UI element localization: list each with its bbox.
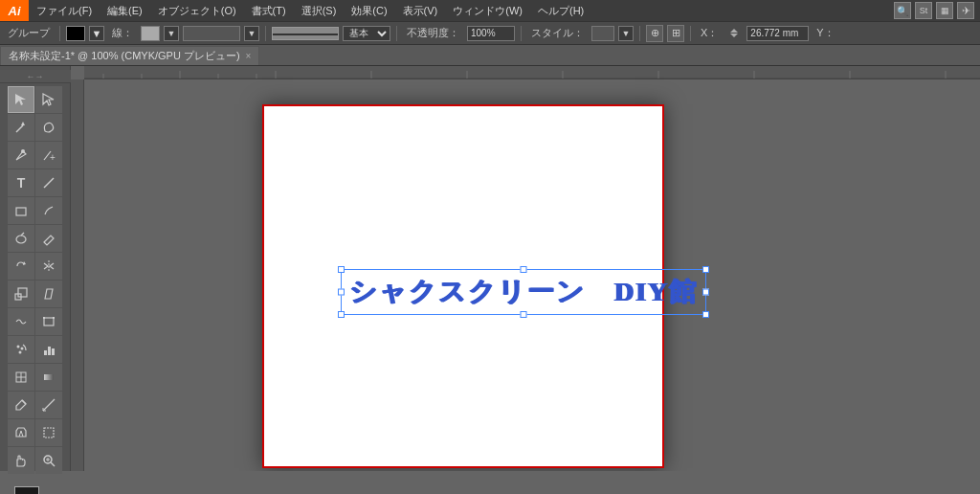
graph-tool[interactable] (35, 336, 62, 363)
properties-toolbar: グループ ▼ 線： ▼ ▼ 基本 不透明度： スタイル： ▼ ⊕ ⊞ X： Y： (0, 21, 980, 45)
menu-select[interactable]: 選択(S) (294, 0, 345, 21)
menu-help[interactable]: ヘルプ(H) (530, 0, 591, 21)
tool-row-4: T (8, 169, 62, 196)
handle-bm[interactable] (521, 311, 527, 318)
menu-object[interactable]: オブジェクト(O) (150, 0, 244, 21)
search-icon[interactable]: 🔍 (894, 2, 911, 19)
opacity-input[interactable] (467, 26, 515, 41)
stroke-width-dropdown[interactable]: ▼ (244, 26, 259, 41)
svg-rect-20 (52, 348, 55, 355)
handle-mr[interactable] (702, 289, 709, 296)
handle-tm[interactable] (521, 266, 527, 273)
arrange-icon[interactable]: ⊞ (667, 25, 684, 42)
svg-line-7 (21, 233, 24, 236)
artboard-tool[interactable] (35, 419, 62, 446)
menu-type[interactable]: 書式(T) (244, 0, 294, 21)
svg-point-16 (21, 348, 24, 350)
magic-wand-tool[interactable] (8, 114, 34, 141)
menu-edit[interactable]: 編集(E) (100, 0, 150, 21)
horizontal-ruler (84, 66, 980, 79)
direct-selection-tool[interactable] (35, 86, 62, 113)
svg-line-0 (16, 125, 23, 132)
main-area: ←→ + T (0, 66, 980, 471)
shear-tool[interactable] (35, 281, 62, 307)
handle-ml[interactable] (338, 289, 345, 296)
rectangle-tool[interactable] (8, 197, 34, 224)
svg-line-31 (51, 462, 55, 466)
svg-rect-29 (44, 428, 54, 438)
x-label: X： (697, 26, 722, 40)
menu-effect[interactable]: 効果(C) (344, 0, 394, 21)
app-logo: Ai (0, 0, 29, 21)
warp-tool[interactable] (8, 308, 34, 335)
pen-tool[interactable] (8, 142, 34, 168)
stroke-width-input[interactable] (183, 26, 240, 41)
canvas-area[interactable]: シャクスクリーン DIY館 (71, 66, 980, 471)
lasso-tool[interactable] (35, 114, 62, 141)
color-swatches[interactable] (14, 486, 56, 494)
mesh-tool[interactable] (8, 364, 34, 391)
line-tool[interactable] (35, 169, 62, 196)
zoom-tool[interactable] (35, 447, 62, 474)
tool-row-7 (8, 253, 62, 280)
share-icon[interactable]: ✈ (957, 2, 974, 19)
free-transform-tool[interactable] (35, 308, 62, 335)
svg-rect-13 (43, 317, 45, 319)
tool-row-6 (8, 225, 62, 252)
handle-tl[interactable] (338, 266, 345, 273)
selection-tool[interactable] (8, 86, 34, 113)
document-tab[interactable]: 名称未設定-1* @ 100% (CMYK/GPU プレビュー) × (0, 46, 259, 65)
menu-window[interactable]: ウィンドウ(W) (445, 0, 530, 21)
svg-point-17 (19, 351, 22, 354)
handle-bl[interactable] (338, 311, 345, 318)
foreground-color-swatch[interactable] (14, 486, 39, 494)
blob-brush-tool[interactable] (8, 225, 34, 252)
handle-br[interactable] (702, 311, 709, 318)
type-tool[interactable]: T (8, 169, 34, 196)
reflect-tool[interactable] (35, 253, 62, 280)
tab-bar: 名称未設定-1* @ 100% (CMYK/GPU プレビュー) × (0, 45, 980, 66)
measure-tool[interactable] (35, 392, 62, 418)
style-swatch[interactable] (591, 26, 614, 41)
color-area: □ (10, 483, 61, 494)
symbol-sprayer-tool[interactable] (8, 336, 34, 363)
live-paint-bucket-tool[interactable] (8, 419, 34, 446)
tool-row-9 (8, 308, 62, 335)
separator (59, 26, 60, 41)
stroke-dropdown[interactable]: ▼ (164, 26, 179, 41)
document-canvas[interactable]: シャクスクリーン DIY館 (262, 104, 664, 468)
svg-line-25 (22, 400, 26, 404)
canvas-text: シャクスクリーン DIY館 (349, 274, 698, 310)
svg-rect-5 (16, 208, 26, 215)
recolor-icon[interactable]: ⊕ (646, 25, 663, 42)
x-value-input[interactable] (746, 26, 809, 41)
fill-dropdown[interactable]: ▼ (89, 26, 104, 41)
add-anchor-tool[interactable]: + (35, 142, 62, 168)
selected-text-element[interactable]: シャクスクリーン DIY館 (341, 269, 706, 315)
rotate-tool[interactable] (8, 253, 34, 280)
svg-text:+: + (50, 152, 56, 163)
style-dropdown[interactable]: ▼ (618, 26, 634, 41)
gradient-tool[interactable] (35, 364, 62, 391)
x-spinners[interactable] (725, 26, 743, 41)
hand-tool[interactable] (8, 447, 34, 474)
tab-close-button[interactable]: × (246, 51, 252, 61)
stroke-swatch[interactable] (141, 26, 160, 41)
menu-view[interactable]: 表示(V) (395, 0, 446, 21)
separator3 (396, 26, 397, 41)
tool-row-1 (8, 86, 62, 113)
pencil-tool[interactable] (35, 197, 62, 224)
menu-file[interactable]: ファイル(F) (29, 0, 100, 21)
eraser-tool[interactable] (35, 225, 62, 252)
svg-rect-14 (53, 317, 55, 319)
fill-swatch[interactable] (66, 26, 85, 41)
handle-tr[interactable] (702, 266, 709, 273)
ruler-corner: ←→ (0, 70, 71, 83)
workspace-icon[interactable]: ▦ (936, 2, 953, 19)
menu-bar: Ai ファイル(F) 編集(E) オブジェクト(O) 書式(T) 選択(S) 効… (0, 0, 980, 21)
eyedropper-tool[interactable] (8, 392, 34, 418)
ai-mode-icon[interactable]: St (915, 2, 932, 19)
scale-tool[interactable] (8, 281, 34, 307)
line-style-dropdown[interactable]: 基本 (343, 26, 390, 41)
tool-row-5 (8, 197, 62, 224)
